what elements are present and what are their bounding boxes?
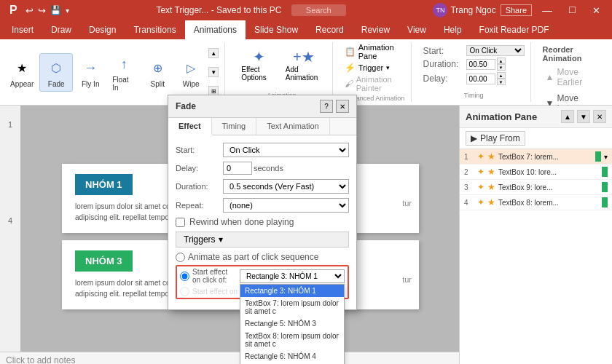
dropdown-item-0[interactable]: Rectangle 3: NHÓM 1 [240, 285, 344, 297]
dropdown-item-2[interactable]: Rectangle 5: NHÓM 3 [240, 317, 344, 330]
ribbon-tab-record[interactable]: Record [307, 20, 353, 39]
slide-1-box: NHÓM 1 [75, 174, 133, 195]
animation-painter-button[interactable]: 🖌 Animation Painter [345, 75, 405, 92]
dialog-help-button[interactable]: ? [320, 100, 333, 113]
animation-pane-label: Animation Pane [358, 43, 405, 60]
form-repeat-label: Repeat: [176, 201, 223, 210]
start-effect-click-row: Start effect on click of: Rectangle 3: N… [177, 266, 348, 285]
delay-spinners: ▲ ▼ [497, 72, 506, 85]
delay-up[interactable]: ▲ [497, 72, 506, 79]
play-row: ▶ Play From [460, 128, 612, 149]
trigger-chevron: ▾ [386, 64, 390, 71]
ribbon-tab-view[interactable]: View [399, 20, 435, 39]
dropdown-item-3[interactable]: TextBox 8: lorem ipsum dolor sit amet c [240, 330, 344, 350]
share-icon[interactable]: Share [501, 4, 532, 16]
form-start-select[interactable]: On Click With Previous After Previous [223, 143, 349, 157]
anim-item-2[interactable]: 2 ✦ ★ TextBox 10: lore... [460, 165, 612, 180]
dialog-tabs: Effect Timing Text Animation [168, 118, 356, 135]
dialog-tab-text-animation[interactable]: Text Animation [256, 118, 330, 135]
form-start-row: Start: On Click With Previous After Prev… [176, 143, 349, 157]
add-animation-button[interactable]: +★ Add Animation [283, 45, 325, 84]
form-delay-label: Delay: [176, 164, 223, 173]
avatar: TN [433, 3, 447, 17]
anim-item-1[interactable]: 1 ✦ ★ TextBox 7: lorem... ▾ [460, 149, 612, 165]
play-from-button[interactable]: ▶ Play From [466, 131, 525, 146]
quick-access-redo[interactable]: ↪ [38, 5, 46, 16]
dialog-tab-effect[interactable]: Effect [168, 118, 212, 135]
triggers-button[interactable]: Triggers ▾ [176, 232, 349, 248]
ribbon-tab-help[interactable]: Help [435, 20, 471, 39]
ribbon-tab-design[interactable]: Design [80, 20, 125, 39]
pane-down-btn[interactable]: ▼ [577, 110, 590, 123]
pane-up-btn[interactable]: ▲ [561, 110, 574, 123]
minimize-button[interactable]: — [536, 3, 558, 17]
anim-item-3[interactable]: 3 ✦ ★ TextBox 9: lore... [460, 180, 612, 195]
close-button[interactable]: ✕ [586, 4, 606, 17]
form-delay-row: Delay: seconds [176, 162, 349, 175]
dialog-close-button[interactable]: ✕ [336, 100, 349, 113]
wipe-button[interactable]: ▷ Wipe [175, 54, 207, 91]
rewind-checkbox[interactable] [176, 218, 185, 227]
dialog-tab-timing[interactable]: Timing [212, 118, 257, 135]
dropdown-list: Rectangle 3: NHÓM 1 TextBox 7: lorem ips… [240, 284, 345, 365]
trigger-label: Trigger [358, 63, 383, 72]
form-repeat-select[interactable]: (none) 2 3 [223, 198, 349, 213]
anim-item-4-bar [602, 197, 608, 207]
slide-4-right-text: tur [402, 275, 412, 284]
start-effect-click-radio[interactable] [180, 272, 189, 281]
move-earlier-button[interactable]: ▲ Move Earlier [543, 66, 600, 89]
effect-options-button[interactable]: ✦ Effect Options [238, 45, 280, 84]
delay-input[interactable] [466, 74, 495, 84]
form-repeat-control: (none) 2 3 [223, 198, 349, 213]
play-icon: ▶ [471, 133, 477, 143]
start-effect-click-select[interactable]: Rectangle 3: NHÓM 1 [240, 269, 345, 283]
delay-down[interactable]: ▼ [497, 79, 506, 85]
ribbon-tab-transitions[interactable]: Transitions [125, 20, 184, 39]
dropdown-item-1[interactable]: TextBox 7: lorem ipsum dolor sit amet c [240, 297, 344, 317]
duration-down[interactable]: ▼ [497, 64, 506, 71]
ribbon-tab-insert[interactable]: Insert [3, 20, 42, 39]
trigger-button[interactable]: ⚡ Trigger ▾ [345, 63, 405, 73]
pane-close-btn[interactable]: ✕ [593, 110, 606, 123]
ribbon-tab-slideshow[interactable]: Slide Show [246, 20, 307, 39]
duration-up[interactable]: ▲ [497, 58, 506, 64]
floatin-button[interactable]: ↑ Float In [108, 50, 140, 95]
reorder-group: Reorder Animation ▲ Move Earlier ▼ Move … [537, 42, 606, 102]
anim-item-4[interactable]: 4 ✦ ★ TextBox 8: lorem... [460, 195, 612, 210]
maximize-button[interactable]: ☐ [562, 4, 582, 17]
form-duration-row: Duration: 0.5 seconds (Very Fast) 1 seco… [176, 179, 349, 194]
trigger-icon: ⚡ [345, 63, 356, 73]
dropdown-item-4[interactable]: Rectangle 6: NHÓM 4 [240, 350, 344, 363]
anim-item-2-star: ✦ [477, 167, 484, 177]
ribbon-tab-foxit[interactable]: Foxit Reader PDF [471, 20, 558, 39]
search-bar[interactable]: Search [291, 4, 346, 16]
ribbon-tab-draw[interactable]: Draw [42, 20, 80, 39]
quick-access-undo[interactable]: ↩ [26, 5, 34, 16]
animation-pane-title: Animation Pane [466, 111, 537, 122]
form-delay-input[interactable] [223, 162, 252, 175]
animate-as-part-radio[interactable] [176, 253, 185, 262]
split-button[interactable]: ⊕ Split [141, 54, 173, 91]
anim-item-2-name: TextBox 10: lore... [498, 168, 599, 176]
move-earlier-icon: ▲ [546, 72, 554, 82]
form-duration-select[interactable]: 0.5 seconds (Very Fast) 1 second (Fast) … [223, 179, 349, 194]
appear-button[interactable]: ★ Appear [6, 54, 38, 91]
fade-button[interactable]: ⬡ Fade [39, 53, 73, 92]
ribbon-tab-animations[interactable]: Animations [185, 20, 246, 39]
duration-row: Duration: ▲ ▼ [423, 58, 525, 71]
scroll-up-arrow[interactable]: ▲ [208, 48, 219, 58]
animation-buttons: ★ Appear ⬡ Fade → Fly In ↑ Float In ⊕ [6, 42, 207, 102]
ribbon-tab-review[interactable]: Review [353, 20, 399, 39]
start-effect-play-radio[interactable] [180, 287, 189, 296]
start-select[interactable]: On Click With Previous After Previous [466, 45, 525, 56]
anim-item-1-menu[interactable]: ▾ [604, 153, 608, 161]
flyin-button[interactable]: → Fly In [74, 54, 106, 91]
title-bar-left: P ↩ ↪ 💾 ▾ [6, 3, 69, 17]
animation-pane-button[interactable]: 📋 Animation Pane [345, 43, 405, 60]
click-to-add-notes[interactable]: Click to add notes [6, 355, 75, 365]
scroll-down-arrow[interactable]: ▼ [208, 67, 219, 77]
wipe-icon: ▷ [179, 57, 203, 80]
quick-access-save[interactable]: 💾 [50, 5, 61, 15]
duration-input[interactable] [466, 59, 495, 70]
triggers-label: Triggers [184, 234, 216, 245]
